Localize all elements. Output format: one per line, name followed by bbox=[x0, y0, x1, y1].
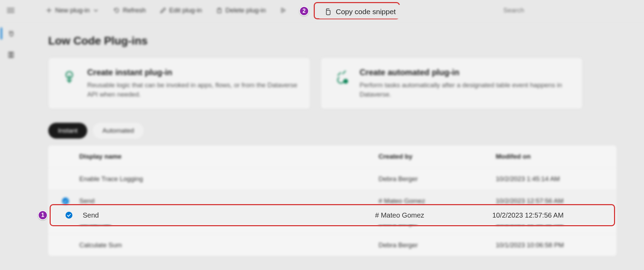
plus-icon bbox=[46, 7, 52, 14]
copy-code-snippet-button[interactable]: Copy code snippet bbox=[318, 5, 402, 19]
trash-icon bbox=[216, 7, 223, 14]
plugin-icon bbox=[7, 30, 15, 37]
card-automated-desc: Perform tasks automatically after a desi… bbox=[360, 81, 571, 99]
table-row[interactable]: Calculate Sum Debra Berger 10/1/2023 10:… bbox=[48, 234, 616, 256]
row-name: Send bbox=[83, 211, 375, 219]
table-row[interactable]: Enable Trace Logging Debra Berger 10/2/2… bbox=[48, 168, 616, 190]
svg-rect-2 bbox=[326, 10, 330, 15]
check-icon[interactable] bbox=[66, 212, 72, 219]
delete-label: Delete plug-in bbox=[225, 7, 266, 14]
tap-icon bbox=[60, 68, 79, 87]
play-button[interactable] bbox=[276, 5, 290, 16]
menu-icon[interactable] bbox=[7, 8, 14, 13]
delete-plugin-button[interactable]: Delete plug-in bbox=[212, 4, 269, 16]
refresh-label: Refresh bbox=[123, 7, 146, 14]
refresh-icon bbox=[113, 7, 120, 14]
card-automated[interactable]: Create automated plug-in Perform tasks a… bbox=[321, 58, 583, 109]
new-plugin-button[interactable]: New plug-in bbox=[42, 4, 103, 16]
search-input[interactable] bbox=[499, 3, 637, 17]
new-plugin-label: New plug-in bbox=[55, 7, 90, 14]
chevron-down-icon bbox=[92, 7, 99, 14]
rail-library[interactable] bbox=[1, 49, 21, 61]
tab-instant[interactable]: Instant bbox=[48, 123, 87, 139]
search-wrap bbox=[499, 3, 637, 17]
plug-icon bbox=[332, 68, 351, 87]
rail-plugin[interactable] bbox=[1, 28, 20, 39]
col-modified-on: Modifed on bbox=[496, 153, 613, 160]
table-row-selected[interactable]: Send # Mateo Gomez 10/2/2023 12:57:56 AM bbox=[52, 206, 613, 224]
main-content: Low Code Plug-ins Create instant plug-in… bbox=[21, 21, 644, 270]
card-instant-desc: Reusable logic that can be invoked in ap… bbox=[87, 81, 299, 99]
left-rail bbox=[0, 21, 21, 270]
edit-label: Edit plug-in bbox=[169, 7, 202, 14]
play-icon bbox=[280, 7, 286, 14]
row-created-by: # Mateo Gomez bbox=[375, 211, 492, 219]
plugin-table: Display name Created by Modifed on Enabl… bbox=[48, 146, 616, 256]
col-display-name: Display name bbox=[79, 153, 379, 160]
card-automated-title: Create automated plug-in bbox=[360, 68, 571, 77]
table-header: Display name Created by Modifed on bbox=[48, 146, 616, 168]
tab-automated[interactable]: Automated bbox=[93, 123, 144, 139]
page-title: Low Code Plug-ins bbox=[48, 34, 616, 47]
edit-plugin-button[interactable]: Edit plug-in bbox=[156, 4, 205, 16]
svg-point-1 bbox=[343, 79, 348, 84]
book-icon bbox=[7, 51, 15, 59]
copy-label: Copy code snippet bbox=[336, 8, 396, 16]
check-icon[interactable] bbox=[62, 198, 69, 204]
card-instant-title: Create instant plug-in bbox=[87, 68, 299, 77]
col-created-by: Created by bbox=[379, 153, 496, 160]
card-instant[interactable]: Create instant plug-in Reusable logic th… bbox=[48, 58, 310, 109]
row-modified-on: 10/2/2023 12:57:56 AM bbox=[492, 211, 610, 219]
copy-icon bbox=[324, 8, 332, 16]
refresh-button[interactable]: Refresh bbox=[110, 4, 149, 16]
pencil-icon bbox=[160, 7, 167, 14]
